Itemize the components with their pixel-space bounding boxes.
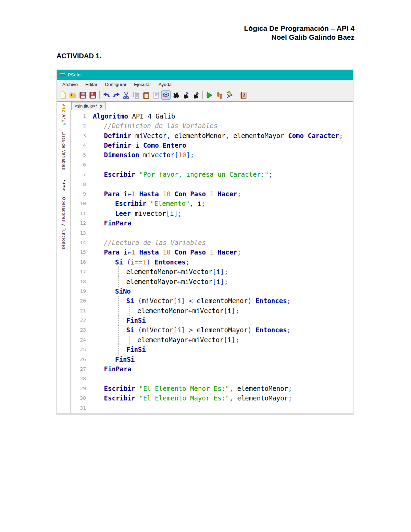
toolbar: ? [57,89,353,102]
redo-icon [112,91,121,99]
help-icon: ? [239,91,248,99]
code-line: 4Definir i Como Entero [71,140,353,150]
code-line: 5Dimension mivector[10]; [71,150,353,160]
code-lines: 1Algoritmo API_4_Galib2//Definicion de l… [71,111,353,413]
syntax-doc-icon [152,91,160,99]
document-tab[interactable]: <sin titulo>* x [71,102,106,110]
window-title: PSeInt [68,72,82,77]
copy-icon [132,91,140,99]
document-page: Lógica De Programación – API 4 Noel Gali… [0,0,411,532]
document-tab-label: <sin titulo>* [75,104,97,109]
code-line: 11Leer mivector[i]; [71,209,353,218]
undo-button[interactable] [102,90,111,100]
window-body: √42'A'¿? Lista de Variables *+=< Operado… [57,102,353,413]
menu-editar[interactable]: Editar [82,82,101,87]
paste-button[interactable] [141,90,151,100]
save-as-button[interactable] [88,90,97,100]
code-line: 22FinSi [71,316,353,325]
editor-area: <sin titulo>* x 1Algoritmo API_4_Galib2/… [71,102,353,413]
cut-icon [122,91,130,99]
variables-icon: √42'A'¿? [61,104,66,126]
find-next-icon [182,91,190,99]
code-line: 2//Definicion de las Variables [71,121,353,131]
code-line: 9Para i←1 Hasta 10 Con Paso 1 Hacer; [71,189,353,199]
code-line: 26FinSi [71,355,353,364]
code-line: 24elementoMayor←miVector[i]; [71,335,353,345]
draw-flowchart-icon [225,91,234,99]
code-line: 15Para i←1 Hasta 10 Con Paso 1 Hacer; [71,247,353,257]
sidebar-tab-variables[interactable]: √42'A'¿? Lista de Variables [61,104,66,170]
menu-ayuda[interactable]: Ayuda [155,82,175,87]
sidebar-tab-operators[interactable]: *+=< Operadores y Funciones [61,180,66,249]
code-line: 20Si (miVector[i] < elementoMenor) Enton… [71,296,353,306]
toolbar-separator [99,91,100,99]
code-line: 25FinSi [71,345,353,354]
menu-bar: Archivo Editar Configurar Ejecutar Ayuda [57,80,353,89]
code-line: 1Algoritmo API_4_Galib [71,111,353,121]
code-line: 19SiNo [71,286,353,296]
code-line: 30Escribir "El Elemento Mayor Es:", elem… [71,393,353,403]
redo-button[interactable] [112,90,121,100]
code-line: 6 [71,160,353,170]
code-editor[interactable]: 1Algoritmo API_4_Galib2//Definicion de l… [71,110,353,413]
doc-header: Lógica De Programación – API 4 Noel Gali… [244,24,355,42]
open-file-button[interactable] [68,90,77,100]
window-bottom-strip [57,413,353,415]
code-line: 8 [71,180,353,189]
toolbar-separator [202,91,203,99]
find-icon [172,91,180,99]
sidebar-tab-label: Lista de Variables [61,132,66,170]
find-next-button[interactable] [181,90,190,100]
doc-header-line1: Lógica De Programación – API 4 [244,24,355,33]
find-button[interactable] [171,90,180,100]
document-tab-bar: <sin titulo>* x [71,102,353,110]
save-as-icon [89,91,97,99]
code-line: 3Definir miVector, elementoMenor, elemen… [71,131,353,140]
code-line: 23Si (miVector[i] > elementoMayor) Enton… [71,325,353,335]
run-button[interactable] [205,90,214,100]
code-line: 10Escribir "Elemento", i; [71,199,353,208]
sidebar-tab-label: Operadores y Funciones [61,197,66,249]
draw-flowchart-button[interactable] [225,90,234,100]
cut-button[interactable] [122,90,131,100]
pseint-logo-icon [59,72,65,77]
help-button[interactable]: ? [239,90,248,100]
tab-close-icon[interactable]: x [100,104,102,109]
window-titlebar: PSeInt [57,70,353,80]
find-replace-button[interactable] [191,90,200,100]
code-line: 7Escribir "Por favor, ingresa un Caracte… [71,170,353,179]
undo-icon [102,91,111,99]
menu-archivo[interactable]: Archivo [59,82,82,87]
code-line: 18elementoMayor←miVector[i]; [71,277,353,286]
code-line: 16Si (i==1) Entonces; [71,257,353,267]
pseint-window: PSeInt Archivo Editar Configurar Ejecuta… [57,70,353,415]
save-icon [79,91,87,99]
view-toggle-button[interactable] [161,90,171,100]
doc-header-line2: Noel Galib Galindo Baez [244,33,355,42]
new-file-icon [59,91,67,99]
eye-icon [162,91,170,99]
footsteps-icon [215,91,224,99]
syntax-doc-button[interactable] [151,90,161,100]
menu-configurar[interactable]: Configurar [101,82,130,87]
run-icon [206,91,214,99]
code-line: 28 [71,374,353,383]
run-step-button[interactable] [215,90,224,100]
code-line: 21elementoMenor←miVector[i]; [71,306,353,316]
code-line: 12FinPara [71,218,353,228]
section-title: ACTIVIDAD 1. [57,52,101,60]
save-button[interactable] [78,90,87,100]
operators-icon: *+=< [61,180,66,191]
open-file-icon [69,91,77,99]
code-line: 17elementoMenor←miVector[i]; [71,267,353,276]
paste-icon [142,91,150,99]
find-replace-icon [192,91,200,99]
menu-ejecutar[interactable]: Ejecutar [130,82,155,87]
code-line: 14//Lectura de las Variables [71,238,353,247]
code-line: 29Escribir "El Elemento Menor Es:", elem… [71,384,353,393]
new-file-button[interactable] [58,90,67,100]
copy-button[interactable] [132,90,141,100]
code-line: 31 [71,403,353,413]
svg-text:?: ? [242,92,245,98]
left-panel-tabs: √42'A'¿? Lista de Variables *+=< Operado… [57,102,71,413]
